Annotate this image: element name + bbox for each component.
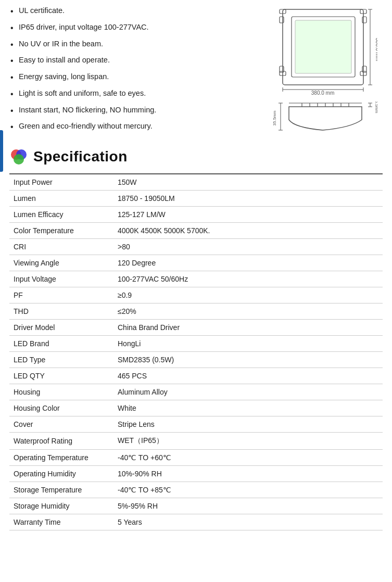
spec-value: 5%-95% RH [113,498,383,514]
bullet-item-1: IP65 driver, input voltage 100-277VAC. [9,22,249,33]
spec-label: LED Type [9,352,113,368]
spec-label: Operating Temperature [9,450,113,466]
bullet-item-3: Easy to install and operate. [9,55,249,66]
diagrams-column: 380.0 mm 380.0 mm [268,5,383,138]
spec-label: CRI [9,239,113,255]
table-row: Waterproof RatingWET（IP65） [9,433,383,450]
table-row: Lumen Efficacy125-127 LM/W [9,207,383,223]
spec-value: 125-127 LM/W [113,207,383,223]
table-row: LED QTY465 PCS [9,368,383,384]
spec-label: Viewing Angle [9,255,113,271]
left-accent-bar [0,130,3,172]
spec-label: Operating Humidity [9,466,113,482]
diagram-front-view: 380.0 mm 380.0 mm [273,5,377,96]
diagram-side-view: 35.5mm 45.5mm [273,102,377,138]
table-row: HousingAluminum Alloy [9,384,383,400]
spec-table: Input Power150WLumen18750 - 19050LMLumen… [9,173,383,530]
svg-rect-10 [295,20,351,73]
table-row: Warranty Time5 Years [9,514,383,530]
spec-value: 465 PCS [113,368,383,384]
spec-value: -40℃ TO +60℃ [113,450,383,466]
spec-label: Driver Model [9,320,113,336]
table-row: Storage Temperature-40℃ TO +85℃ [9,482,383,498]
table-row: Housing ColorWhite [9,400,383,416]
bullet-item-4: Energy saving, long lispan. [9,71,249,83]
spec-value: 100-277VAC 50/60Hz [113,271,383,287]
table-row: LED TypeSMD2835 (0.5W) [9,352,383,368]
svg-text:380.0 mm: 380.0 mm [311,90,334,96]
svg-text:35.5mm: 35.5mm [273,110,277,125]
top-section: UL certificate.IP65 driver, input voltag… [9,5,383,138]
spec-label: PF [9,287,113,303]
table-row: Driver ModelChina Brand Driver [9,320,383,336]
bullet-item-0: UL certificate. [9,5,249,17]
page-wrapper: UL certificate.IP65 driver, input voltag… [0,0,392,541]
spec-label: Warranty Time [9,514,113,530]
spec-value: 150W [113,174,383,191]
bullet-item-5: Light is soft and uniform, safe to eyes. [9,88,249,99]
table-row: Input Power150W [9,174,383,191]
svg-point-37 [14,154,24,165]
spec-heading: Specification [9,147,383,166]
table-row: PF≥0.9 [9,287,383,303]
spec-value: HongLi [113,336,383,352]
table-row: Input Voltage100-277VAC 50/60Hz [9,271,383,287]
table-row: Storage Humidity5%-95% RH [9,498,383,514]
table-row: LED BrandHongLi [9,336,383,352]
rgb-icon [9,147,28,166]
svg-text:45.5mm: 45.5mm [374,102,377,113]
spec-label: Input Power [9,174,113,191]
svg-rect-4 [362,17,366,23]
spec-label: LED QTY [9,368,113,384]
bullet-item-2: No UV or IR in the beam. [9,39,249,50]
table-row: CRI>80 [9,239,383,255]
table-row: Viewing Angle120 Degree [9,255,383,271]
svg-text:380.0 mm: 380.0 mm [375,38,377,61]
spec-value: 4000K 4500K 5000K 5700K. [113,223,383,239]
spec-label: LED Brand [9,336,113,352]
table-row: Color Temperature4000K 4500K 5000K 5700K… [9,223,383,239]
spec-value: SMD2835 (0.5W) [113,352,383,368]
table-row: Operating Humidity10%-90% RH [9,466,383,482]
spec-value: Stripe Lens [113,416,383,433]
svg-rect-2 [280,17,284,23]
spec-label: Cover [9,416,113,433]
spec-title: Specification [33,148,128,165]
spec-value: ≤20% [113,303,383,320]
spec-label: Color Temperature [9,223,113,239]
table-row: CoverStripe Lens [9,416,383,433]
spec-label: THD [9,303,113,320]
spec-value: >80 [113,239,383,255]
table-row: THD≤20% [9,303,383,320]
spec-value: 10%-90% RH [113,466,383,482]
table-row: Operating Temperature-40℃ TO +60℃ [9,450,383,466]
spec-label: Input Voltage [9,271,113,287]
spec-value: WET（IP65） [113,433,383,450]
spec-value: 5 Years [113,514,383,530]
feature-list: UL certificate.IP65 driver, input voltag… [9,5,249,137]
spec-value: 120 Degree [113,255,383,271]
spec-label: Waterproof Rating [9,433,113,450]
bullet-item-6: Instant start, NO flickering, NO humming… [9,105,249,116]
spec-label: Lumen [9,191,113,207]
bullet-item-7: Green and eco-friendly without mercury. [9,121,249,132]
spec-label: Housing Color [9,400,113,416]
spec-value: ≥0.9 [113,287,383,303]
spec-value: White [113,400,383,416]
spec-label: Housing [9,384,113,400]
spec-label: Lumen Efficacy [9,207,113,223]
table-row: Lumen18750 - 19050LM [9,191,383,207]
spec-label: Storage Humidity [9,498,113,514]
spec-value: 18750 - 19050LM [113,191,383,207]
spec-label: Storage Temperature [9,482,113,498]
spec-value: Aluminum Alloy [113,384,383,400]
spec-value: China Brand Driver [113,320,383,336]
spec-value: -40℃ TO +85℃ [113,482,383,498]
